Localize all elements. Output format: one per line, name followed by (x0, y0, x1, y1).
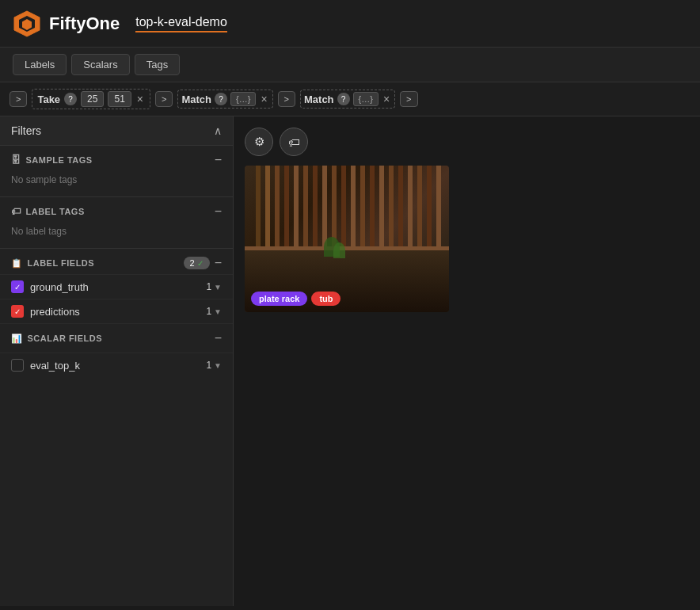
app-title: FiftyOne (49, 13, 120, 34)
image-placeholder: plate rack tub (245, 166, 449, 312)
ground-truth-dropdown-arrow: ▼ (214, 283, 222, 292)
filter-expand-3[interactable]: > (278, 91, 295, 107)
label-fields-header: 📋 LABEL FIELDS 2 ✓ − (0, 249, 233, 275)
filter-expand-2[interactable]: > (155, 91, 173, 107)
match1-label: Match (181, 93, 211, 105)
header: FiftyOne top-k-eval-demo (0, 0, 700, 48)
match2-braces[interactable]: {…} (353, 92, 379, 106)
main-layout: Filters ∧ 🗄 SAMPLE TAGS − No sample tags… (0, 116, 700, 606)
tab-scalars[interactable]: Scalars (71, 54, 129, 75)
ground-truth-field-count[interactable]: 1 ▼ (206, 281, 222, 292)
match2-label: Match (304, 93, 334, 105)
scalar-fields-collapse[interactable]: − (215, 332, 222, 345)
predictions-field-count[interactable]: 1 ▼ (206, 306, 222, 317)
ground-truth-field-row: ✓ ground_truth 1 ▼ (0, 275, 233, 299)
scalar-fields-icon: 📊 (11, 334, 23, 344)
take-filter-group: Take ? 25 51 × (32, 89, 150, 109)
tab-tags[interactable]: Tags (135, 54, 180, 75)
sample-tags-section: 🗄 SAMPLE TAGS − No sample tags (0, 146, 233, 197)
sidebar-filters-header[interactable]: Filters ∧ (0, 116, 233, 146)
take-close-button[interactable]: × (135, 93, 145, 105)
take-total: 51 (108, 91, 131, 107)
eval-top-k-dropdown-arrow: ▼ (214, 361, 222, 370)
dataset-name: top-k-eval-demo (135, 15, 227, 32)
label-fields-badge: 2 ✓ (184, 257, 210, 269)
badge-count: 2 (190, 258, 195, 268)
match1-filter-group: Match ? {…} × (177, 90, 272, 109)
match1-help-icon[interactable]: ? (215, 93, 227, 105)
sidebar-filters-title: Filters (11, 124, 41, 137)
sample-tags-collapse[interactable]: − (215, 154, 222, 166)
database-icon: 🗄 (11, 154, 21, 166)
badge-checkmark: ✓ (197, 259, 204, 268)
ground-truth-checkbox[interactable]: ✓ (11, 280, 24, 293)
content-area: ⚙ 🏷 (234, 116, 700, 606)
predictions-dropdown-arrow: ▼ (214, 307, 222, 316)
eval-top-k-name: eval_top_k (30, 360, 200, 372)
label-fields-title: 📋 LABEL FIELDS (11, 258, 94, 269)
label-tags-title: 🏷 LABEL TAGS (11, 206, 85, 217)
image-labels: plate rack tub (251, 292, 340, 306)
label-fields-controls: 2 ✓ − (184, 257, 222, 269)
scalar-fields-section: 📊 SCALAR FIELDS − eval_top_k 1 ▼ (0, 324, 233, 377)
take-label: Take (37, 93, 60, 105)
sample-tags-title: 🗄 SAMPLE TAGS (11, 154, 93, 166)
take-value[interactable]: 25 (81, 91, 104, 107)
tag-icon: 🏷 (288, 135, 300, 149)
image-card[interactable]: plate rack tub (245, 166, 449, 312)
sidebar: Filters ∧ 🗄 SAMPLE TAGS − No sample tags… (0, 116, 234, 606)
tag-icon: 🏷 (11, 206, 21, 217)
sample-tags-empty: No sample tags (11, 171, 222, 189)
sample-tags-header: 🗄 SAMPLE TAGS − (11, 154, 222, 166)
scalar-fields-header: 📊 SCALAR FIELDS − (0, 324, 233, 353)
nav-tabs: Labels Scalars Tags (0, 48, 700, 82)
label-fields-collapse[interactable]: − (215, 257, 222, 269)
ground-truth-field-name: ground_truth (30, 281, 200, 293)
scalar-fields-title: 📊 SCALAR FIELDS (11, 334, 102, 344)
shelf-visual (245, 166, 449, 312)
predictions-checkbox[interactable]: ✓ (11, 305, 24, 318)
label-tags-empty: No label tags (11, 223, 222, 240)
tab-labels[interactable]: Labels (13, 54, 67, 75)
match1-close-button[interactable]: × (259, 93, 268, 105)
filter-expand-left[interactable]: > (10, 91, 27, 107)
label-tags-section: 🏷 LABEL TAGS − No label tags (0, 197, 233, 249)
gear-icon: ⚙ (254, 135, 264, 149)
label-tub: tub (311, 292, 340, 306)
content-toolbar: ⚙ 🏷 (245, 128, 689, 156)
take-help-icon[interactable]: ? (64, 93, 77, 105)
match2-filter-group: Match ? {…} × (300, 90, 395, 109)
eval-top-k-count[interactable]: 1 ▼ (206, 360, 222, 371)
match2-help-icon[interactable]: ? (337, 93, 350, 105)
label-tags-header: 🏷 LABEL TAGS − (11, 205, 222, 218)
match1-braces[interactable]: {…} (230, 92, 256, 106)
predictions-field-name: predictions (30, 306, 200, 318)
label-fields-icon: 📋 (11, 258, 23, 269)
eval-top-k-checkbox[interactable] (11, 359, 24, 372)
predictions-field-row: ✓ predictions 1 ▼ (0, 299, 233, 324)
label-tags-collapse[interactable]: − (215, 205, 222, 218)
match2-close-button[interactable]: × (382, 93, 391, 105)
settings-button[interactable]: ⚙ (245, 128, 273, 156)
logo: FiftyOne (13, 10, 120, 38)
label-fields-section: 📋 LABEL FIELDS 2 ✓ − ✓ ground_truth 1 ▼ (0, 249, 233, 324)
chevron-up-icon: ∧ (214, 124, 222, 137)
label-plate-rack: plate rack (251, 292, 307, 306)
fiftyone-logo-icon (13, 10, 41, 38)
filter-bar: > Take ? 25 51 × > Match ? {…} × > Match… (0, 82, 700, 116)
filter-expand-4[interactable]: > (400, 91, 417, 107)
eval-top-k-row: eval_top_k 1 ▼ (0, 353, 233, 377)
tag-button[interactable]: 🏷 (280, 128, 308, 156)
